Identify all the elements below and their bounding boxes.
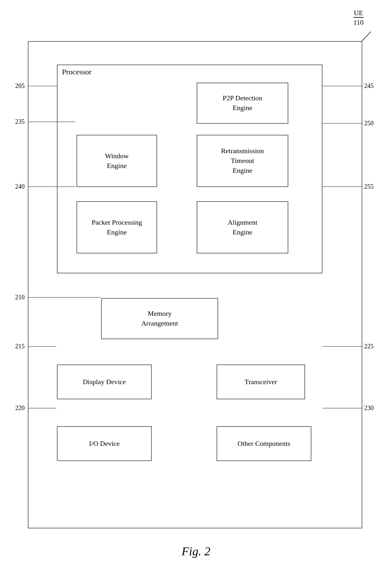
svg-text:210: 210 — [15, 294, 25, 301]
svg-text:205: 205 — [15, 82, 25, 89]
memory-arrangement-label: MemoryArrangement — [141, 309, 178, 328]
svg-text:240: 240 — [15, 183, 25, 190]
display-device-label: Display Device — [83, 377, 126, 387]
main-outer-box: Processor P2P DetectionEngine WindowEngi… — [28, 41, 362, 528]
window-engine-box: WindowEngine — [77, 135, 157, 187]
retransmission-label: RetransmissionTimeoutEngine — [221, 146, 264, 175]
p2p-detection-label: P2P DetectionEngine — [223, 93, 262, 113]
p2p-detection-box: P2P DetectionEngine — [197, 83, 288, 124]
other-components-box: Other Components — [217, 426, 311, 461]
page: UE 110 Processor P2P DetectionEngine Win… — [0, 0, 392, 567]
retransmission-box: RetransmissionTimeoutEngine — [197, 135, 288, 187]
memory-arrangement-box: MemoryArrangement — [101, 298, 218, 339]
alignment-engine-label: AlignmentEngine — [228, 218, 257, 237]
svg-text:225: 225 — [364, 343, 374, 350]
svg-text:215: 215 — [15, 343, 25, 350]
packet-processing-box: Packet ProcessingEngine — [77, 201, 157, 253]
svg-text:250: 250 — [364, 120, 374, 127]
processor-label: Processor — [62, 68, 91, 76]
processor-box: Processor P2P DetectionEngine WindowEngi… — [57, 65, 322, 273]
svg-text:235: 235 — [15, 118, 25, 125]
packet-processing-label: Packet ProcessingEngine — [92, 218, 142, 237]
svg-text:245: 245 — [364, 82, 374, 89]
ue-label: UE 110 — [353, 9, 364, 27]
display-device-box: Display Device — [57, 364, 152, 399]
ue-text: UE — [354, 9, 363, 17]
figure-caption: Fig. 2 — [182, 544, 211, 558]
window-engine-label: WindowEngine — [105, 151, 129, 171]
svg-text:230: 230 — [364, 404, 374, 411]
transceiver-label: Transceiver — [244, 377, 277, 387]
ue-number: 110 — [353, 18, 364, 26]
transceiver-box: Transceiver — [217, 364, 305, 399]
alignment-engine-box: AlignmentEngine — [197, 201, 288, 253]
io-device-label: I/O Device — [89, 439, 119, 449]
svg-text:255: 255 — [364, 183, 374, 190]
svg-text:220: 220 — [15, 404, 25, 411]
io-device-box: I/O Device — [57, 426, 152, 461]
other-components-label: Other Components — [238, 439, 291, 449]
